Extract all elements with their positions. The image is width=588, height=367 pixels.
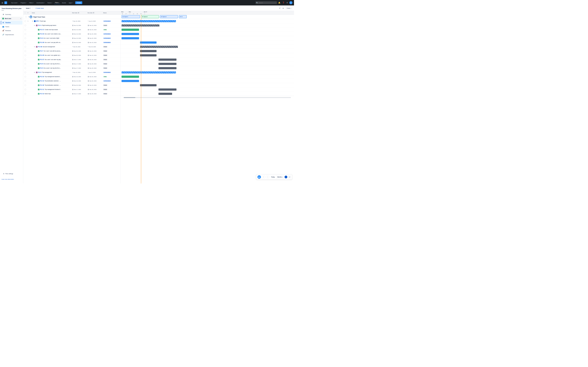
list-item[interactable]: ▼ ⚡ FLY-1 Flight booking app basics S No… bbox=[23, 23, 121, 28]
expand-row-icon[interactable]: ▼ bbox=[34, 46, 35, 47]
list-item[interactable]: ▲ FLY-9 As a user I can log into the s..… bbox=[23, 66, 121, 70]
bar-fly10[interactable] bbox=[121, 75, 139, 78]
nav-dashboards[interactable]: Dashboards ▾ bbox=[35, 1, 45, 4]
row-checkbox[interactable] bbox=[25, 84, 26, 86]
issue-key[interactable]: FLY-7 bbox=[40, 50, 43, 52]
list-item[interactable]: ▲ FLY-10 Trip management backend ... S N… bbox=[23, 75, 121, 79]
sidebar-item-best-case[interactable]: Best case ▾ bbox=[1, 17, 23, 20]
search-input[interactable] bbox=[256, 1, 277, 4]
issue-key[interactable]: FLY-28 bbox=[38, 46, 42, 48]
create-button[interactable]: Create bbox=[75, 1, 82, 4]
issue-key[interactable]: FLY-17 bbox=[40, 29, 44, 31]
row-checkbox[interactable] bbox=[25, 89, 26, 90]
nav-your-work[interactable]: Your work ▾ bbox=[10, 1, 19, 4]
bar-fly8[interactable] bbox=[121, 37, 139, 39]
bar-fly16[interactable] bbox=[140, 84, 156, 86]
gantt-play-button[interactable]: ▶ bbox=[258, 175, 261, 179]
list-item[interactable]: ▲ FLY-14 Trip destination selection - ..… bbox=[23, 79, 121, 83]
nav-assets[interactable]: Assets bbox=[61, 1, 67, 4]
list-item[interactable]: ▲ FLY-6 As a user I can log into the s..… bbox=[23, 62, 121, 66]
row-checkbox[interactable] bbox=[25, 59, 26, 60]
row-checkbox[interactable] bbox=[25, 67, 26, 69]
gantt-expand-button[interactable]: ⤢ bbox=[288, 176, 291, 178]
team-group-row[interactable]: ▼ Flight Travel Team bbox=[23, 15, 121, 19]
list-item[interactable]: ▲ FLY-16 Trip destination selection - ..… bbox=[23, 83, 121, 87]
help-icon[interactable]: ❓ bbox=[282, 1, 285, 4]
row-checkbox[interactable] bbox=[25, 25, 26, 26]
issue-key[interactable]: FLY-2 bbox=[38, 72, 41, 73]
create-issue-button[interactable]: + Create issue bbox=[34, 7, 45, 9]
scroll-thumb[interactable] bbox=[124, 97, 135, 98]
sidebar-item-dependencies[interactable]: 🔗 Dependencies bbox=[1, 33, 23, 36]
sidebar-item-releases[interactable]: 🚀 Releases bbox=[1, 29, 23, 33]
row-checkbox[interactable] bbox=[25, 29, 26, 31]
bar-fly13[interactable] bbox=[158, 93, 172, 95]
gantt-scrollbar[interactable] bbox=[121, 96, 294, 99]
issue-key[interactable]: MP-5 bbox=[36, 20, 39, 22]
list-item[interactable]: ▲ FLY-13 Name trips S Dec 17, 2023 S Dec… bbox=[23, 92, 121, 96]
list-item[interactable]: ▲ FLY-25 As a user I can update my l... … bbox=[23, 53, 121, 58]
sidebar-item-timeline[interactable]: Timeline bbox=[1, 21, 23, 25]
bar-fly6[interactable] bbox=[158, 63, 177, 65]
gantt-months-select[interactable]: Months ▾ bbox=[276, 175, 284, 178]
list-item[interactable]: ▲ FLY-27 As a user I can save my pay... … bbox=[23, 58, 121, 62]
settings-icon[interactable]: ⚙ bbox=[286, 1, 289, 4]
avatar[interactable]: C bbox=[289, 1, 293, 4]
gantt-today-button[interactable]: Today bbox=[270, 176, 276, 178]
nav-filters[interactable]: Filters ▾ bbox=[28, 1, 35, 4]
nav-projects[interactable]: Projects ▾ bbox=[20, 1, 27, 4]
bar-fly11[interactable] bbox=[158, 88, 177, 91]
expand-row-icon[interactable]: ▼ bbox=[34, 72, 35, 73]
list-item[interactable]: ▲ FLY-24 As a user I can create a cus...… bbox=[23, 32, 121, 36]
row-checkbox[interactable] bbox=[25, 63, 26, 65]
list-item[interactable]: ▲ FLY-17 Create new trips wizard S Nov 1… bbox=[23, 28, 121, 32]
issue-key[interactable]: FLY-13 bbox=[40, 93, 44, 95]
row-checkbox[interactable] bbox=[25, 80, 26, 82]
row-checkbox[interactable] bbox=[25, 46, 26, 48]
nav-apps[interactable]: Apps ▾ bbox=[68, 1, 74, 4]
list-item[interactable]: 1 ▼ ● MP-5 Travel app ↷ Nov 19, 2023 ↷ J… bbox=[23, 19, 121, 23]
bar-fly7[interactable] bbox=[140, 50, 156, 52]
bar-fly27[interactable] bbox=[158, 58, 177, 61]
bar-fly1[interactable] bbox=[121, 24, 159, 26]
bar-fly25[interactable] bbox=[140, 54, 156, 56]
issue-key[interactable]: FLY-27 bbox=[40, 59, 44, 60]
expand-row-icon[interactable]: ▼ bbox=[32, 20, 33, 22]
issue-dropdown-button[interactable]: Issue ▾ bbox=[25, 7, 32, 9]
bar-fly28[interactable] bbox=[140, 46, 178, 48]
list-item[interactable]: ▲ FLY-11 Trip management frontend f... S… bbox=[23, 87, 121, 92]
gantt-prev-button[interactable]: ‹ bbox=[262, 175, 265, 179]
expand-team-icon[interactable]: ▼ bbox=[28, 16, 29, 17]
gantt-next-button[interactable]: › bbox=[266, 175, 269, 179]
issue-key[interactable]: FLY-14 bbox=[40, 80, 44, 82]
issue-key[interactable]: FLY-1 bbox=[38, 25, 41, 26]
nav-plans[interactable]: Plans ▾ bbox=[54, 1, 60, 4]
fields-button[interactable]: Fields ▾ bbox=[286, 7, 293, 9]
list-item[interactable]: ▲ FLY-26 As a user I can pay with cre...… bbox=[23, 40, 121, 45]
select-all-checkbox[interactable] bbox=[25, 12, 26, 14]
issue-key[interactable]: FLY-8 bbox=[40, 37, 43, 39]
notifications-icon[interactable]: 🔔 bbox=[278, 1, 281, 4]
sidebar-item-summary[interactable]: ⊞ Summary bbox=[1, 12, 23, 16]
list-item[interactable]: ▼ ⚡ FLY-2 Trip management ↷ Nov 19, 2023… bbox=[23, 70, 121, 75]
gantt-area[interactable]: Nov 20 27 Dec 4 11 18 25 bbox=[121, 11, 294, 184]
bar-fly2[interactable]: → bbox=[121, 71, 176, 73]
learn-more-link[interactable]: Learn more about plans bbox=[1, 179, 14, 180]
expand-icon[interactable]: ⇹ bbox=[282, 7, 285, 10]
gantt-info-button[interactable]: i bbox=[285, 176, 287, 178]
row-checkbox[interactable] bbox=[25, 55, 26, 56]
row-checkbox[interactable] bbox=[25, 76, 26, 77]
bar-fly9[interactable] bbox=[158, 67, 177, 69]
issue-key[interactable]: FLY-6 bbox=[40, 63, 43, 65]
bar-fly24[interactable] bbox=[121, 33, 139, 35]
issue-key[interactable]: FLY-26 bbox=[40, 42, 44, 43]
grid-icon[interactable]: ⊞ bbox=[1, 1, 3, 4]
expand-row-icon[interactable]: ▼ bbox=[34, 25, 35, 26]
issue-key[interactable]: FLY-16 bbox=[40, 84, 44, 86]
bar-fly14[interactable] bbox=[121, 80, 139, 82]
team-check[interactable] bbox=[25, 16, 27, 18]
bar-mp5[interactable]: → bbox=[121, 20, 176, 22]
list-item[interactable]: ▲ FLY-7 As I user I can edit my accou...… bbox=[23, 49, 121, 53]
issue-key[interactable]: FLY-11 bbox=[40, 89, 44, 90]
row-checkbox[interactable] bbox=[25, 93, 26, 95]
